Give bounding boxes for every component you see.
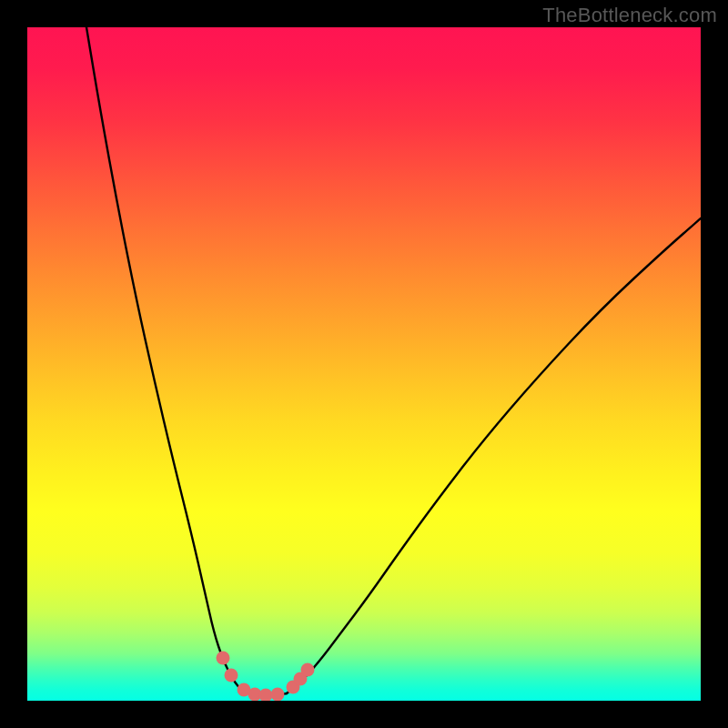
highlight-markers (217, 652, 315, 702)
highlight-point (217, 652, 230, 665)
highlight-point (301, 663, 315, 677)
chart-frame: TheBottleneck.com (0, 0, 728, 728)
curve-svg (27, 27, 701, 701)
highlight-point (271, 688, 285, 702)
highlight-point (259, 689, 273, 702)
left-curve (86, 27, 250, 693)
highlight-point (225, 669, 238, 682)
plot-area (27, 27, 701, 701)
watermark-text: TheBottleneck.com (542, 4, 717, 27)
right-curve (287, 218, 701, 693)
